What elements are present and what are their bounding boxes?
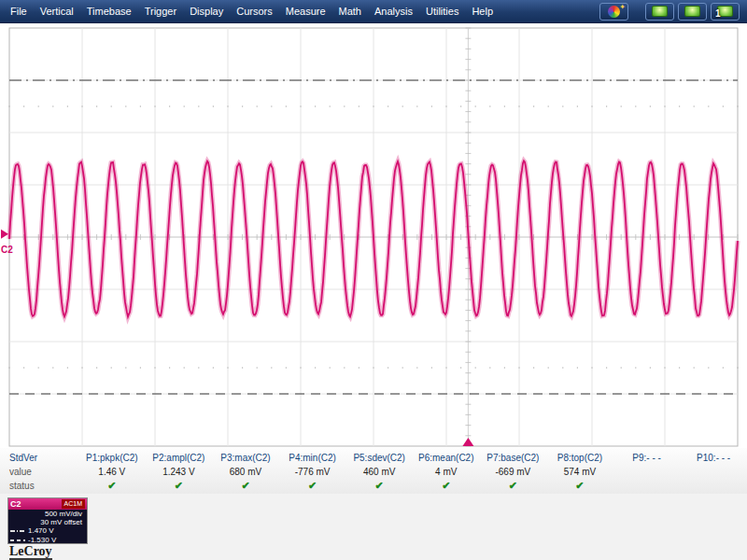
menu-item-analysis[interactable]: Analysis [368,1,419,21]
channel-name: C2 [10,498,21,510]
measurement-label: P9:- - - [613,451,681,465]
measurement-p8[interactable]: P8:top(C2) 574 mV ✔ [546,451,613,494]
toolbar-icons: ✦ 1 [599,3,743,21]
screen-icon [684,6,700,17]
volts-per-div: 500 mV/div [8,510,87,518]
measurement-status: ✔ [345,479,413,493]
measurement-panel: StdVer value status P1:pkpk(C2) 1.46 V ✔… [0,448,747,494]
oscilloscope-app: { "menu": { "items": ["File","Vertical",… [0,0,747,560]
measurement-p2[interactable]: P2:ampl(C2) 1.243 V ✔ [146,451,213,494]
measurement-label: P3:max(C2) [212,451,279,465]
measurement-p9[interactable]: P9:- - - [613,451,681,494]
menu-item-measure[interactable]: Measure [279,1,332,21]
measurement-label: P5:sdev(C2) [345,451,413,465]
dashed-line-icon [10,539,25,541]
channel-descriptor-header: C2 AC1M [8,498,87,510]
status-row-label: status [9,479,78,493]
measurement-status: ✔ [480,479,547,493]
measurement-status: ✔ [413,479,480,493]
measurement-p5[interactable]: P5:sdev(C2) 460 mV ✔ [345,451,413,494]
measurement-set-label: StdVer [9,451,78,465]
channel-1-badge: 1 [715,8,721,19]
measurement-status: ✔ [78,479,146,493]
menu-item-vertical[interactable]: Vertical [34,1,80,21]
measurement-label: P8:top(C2) [546,451,613,465]
measurement-value: 574 mV [546,465,613,479]
menu-item-file[interactable]: File [4,1,34,21]
channel-1-display-button[interactable]: 1 [711,3,740,21]
menu-item-utilities[interactable]: Utilities [419,1,465,21]
coupling-badge: AC1M [62,499,85,509]
dashdot-line-icon [10,530,25,532]
channel-trace-label: C2 [1,245,13,255]
measurement-status: ✔ [146,479,213,493]
measurement-value: 1.243 V [146,465,213,479]
measurement-status: ✔ [546,479,613,493]
measurement-value: -669 mV [480,465,547,479]
lecroy-logo: LeCroy [9,545,52,560]
measurement-value: 460 mV [345,465,413,479]
lower-level-value: -1.530 V [28,536,56,544]
measurement-label: P6:mean(C2) [413,451,480,465]
scope-grid-svg [0,23,747,448]
measurement-p1[interactable]: P1:pkpk(C2) 1.46 V ✔ [78,451,146,494]
star-icon: ✦ [619,3,626,11]
menu-item-timebase[interactable]: Timebase [80,1,138,21]
measurement-label: P7:base(C2) [480,451,547,465]
measurement-status [613,479,681,493]
measurement-label: P1:pkpk(C2) [78,451,146,465]
measurement-status [680,479,747,493]
channel-offset: 30 mV offset [8,518,87,526]
display-toggle-button-2[interactable] [678,3,707,21]
measurement-row-headers: StdVer value status [0,451,78,494]
measurement-label: P10:- - - [680,451,747,465]
measurement-value [613,465,681,479]
lecroy-pinwheel-button[interactable]: ✦ [599,3,628,21]
value-row-label: value [9,465,78,479]
measurement-p3[interactable]: P3:max(C2) 680 mV ✔ [212,451,279,494]
measurement-p4[interactable]: P4:min(C2) -776 mV ✔ [279,451,346,494]
display-toggle-button-1[interactable] [645,3,674,21]
measurement-label: P2:ampl(C2) [146,451,213,465]
measurement-status: ✔ [279,479,346,493]
measurement-value [680,465,747,479]
measurement-p6[interactable]: P6:mean(C2) 4 mV ✔ [413,451,480,494]
measurement-value: -776 mV [279,465,346,479]
upper-level-row: 1.470 V [8,526,87,536]
channel-descriptor-c2[interactable]: C2 AC1M 500 mV/div 30 mV offset 1.470 V … [7,497,88,544]
measurement-value: 4 mV [413,465,480,479]
menu-item-cursors[interactable]: Cursors [230,1,279,21]
menu-item-help[interactable]: Help [465,1,500,21]
menu-item-math[interactable]: Math [332,1,368,21]
measurement-p10[interactable]: P10:- - - [680,451,747,494]
measurement-p7[interactable]: P7:base(C2) -669 mV ✔ [480,451,547,494]
menu-item-display[interactable]: Display [183,1,230,21]
measurement-status: ✔ [212,479,279,493]
screen-icon [652,6,668,17]
menu-bar: File Vertical Timebase Trigger Display C… [0,0,747,23]
lower-level-row: -1.530 V [8,536,87,544]
upper-level-value: 1.470 V [28,526,54,536]
measurement-value: 1.46 V [78,465,146,479]
measurement-label: P4:min(C2) [279,451,346,465]
pinwheel-icon [608,6,620,18]
menu-item-trigger[interactable]: Trigger [138,1,183,21]
waveform-display[interactable]: C2 [0,23,747,448]
measurement-value: 680 mV [212,465,279,479]
